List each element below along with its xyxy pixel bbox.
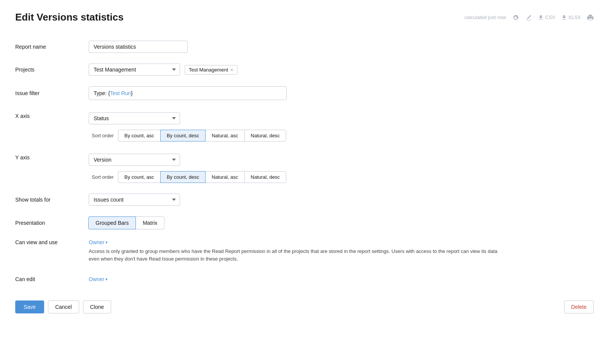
- totals-label: Show totals for: [15, 197, 51, 203]
- yaxis-sort-natural-desc[interactable]: Natural, desc: [244, 171, 287, 183]
- project-tag-label: Test Management: [189, 67, 228, 73]
- footer-bar: Save Cancel Clone Delete: [15, 291, 594, 313]
- spacer-1: [15, 57, 594, 60]
- access-note-row: Access is only granted to group members …: [15, 246, 594, 271]
- report-name-row: Report name: [15, 37, 594, 57]
- yaxis-sort-label: Sort order: [92, 174, 114, 180]
- xaxis-sort-by-count-asc[interactable]: By count, asc: [118, 130, 161, 141]
- projects-label: Projects: [15, 67, 35, 73]
- delete-button[interactable]: Delete: [564, 300, 594, 313]
- xaxis-content: Status Sort order By count, asc By count…: [89, 112, 594, 141]
- presentation-row: Presentation Grouped Bars Matrix: [15, 213, 594, 233]
- filter-value: Test Run: [110, 90, 131, 96]
- spacer-7: [15, 233, 594, 236]
- xaxis-sort-natural-asc[interactable]: Natural, asc: [205, 130, 244, 141]
- report-name-input[interactable]: [89, 41, 188, 53]
- xaxis-row: X axis Status Sort order By count, asc B…: [15, 107, 594, 145]
- can-view-label: Can view and use: [15, 239, 57, 245]
- xaxis-sort-by-count-desc[interactable]: By count, desc: [160, 130, 206, 141]
- presentation-group: Grouped Bars Matrix: [89, 216, 594, 229]
- xaxis-dropdown[interactable]: Status: [89, 112, 180, 124]
- spacer-3: [15, 104, 594, 107]
- spacer-4: [15, 145, 594, 148]
- project-tag-remove[interactable]: ×: [230, 67, 233, 72]
- footer-left: Save Cancel Clone: [15, 300, 111, 313]
- access-note-text: Access is only granted to group members …: [89, 246, 507, 266]
- issue-filter-input[interactable]: Type: {Test Run}: [89, 86, 287, 100]
- xlsx-download-button[interactable]: XLSX: [561, 14, 581, 20]
- totals-row: Show totals for Issues count: [15, 190, 594, 210]
- yaxis-content: Version Sort order By count, asc By coun…: [89, 154, 594, 183]
- csv-download-button[interactable]: CSV: [538, 14, 555, 20]
- projects-row: Projects Test Management Test Management…: [15, 60, 594, 79]
- can-edit-arrow: ▾: [105, 277, 108, 282]
- can-view-value: Owner: [89, 239, 104, 245]
- can-view-arrow: ▾: [105, 240, 108, 245]
- issue-filter-label: Issue filter: [15, 90, 40, 96]
- presentation-matrix[interactable]: Matrix: [136, 216, 164, 229]
- yaxis-sort-by-count-asc[interactable]: By count, asc: [118, 171, 161, 183]
- yaxis-sort-group: Sort order By count, asc By count, desc …: [89, 171, 594, 183]
- can-view-row: Can view and use Owner ▾: [15, 236, 594, 246]
- header-actions: calculated just now CSV XLSX: [464, 14, 594, 21]
- yaxis-label: Y axis: [15, 154, 30, 161]
- spacer-2: [15, 79, 594, 83]
- xaxis-label: X axis: [15, 113, 30, 119]
- yaxis-dropdown[interactable]: Version: [89, 154, 180, 166]
- cancel-button[interactable]: Cancel: [48, 300, 79, 313]
- calc-status: calculated just now: [464, 14, 506, 20]
- projects-content: Test Management Test Management ×: [89, 64, 594, 76]
- yaxis-sort-natural-asc[interactable]: Natural, asc: [205, 171, 244, 183]
- xaxis-sort-group: Sort order By count, asc By count, desc …: [89, 130, 594, 141]
- presentation-label: Presentation: [15, 220, 45, 226]
- clone-button[interactable]: Clone: [83, 300, 112, 313]
- totals-dropdown[interactable]: Issues count: [89, 194, 180, 206]
- filter-suffix: }: [131, 90, 133, 96]
- can-edit-value: Owner: [89, 276, 104, 282]
- edit-icon[interactable]: [525, 14, 532, 21]
- can-view-owner-dropdown[interactable]: Owner ▾: [89, 239, 594, 245]
- refresh-icon[interactable]: [512, 14, 519, 21]
- presentation-grouped-bars[interactable]: Grouped Bars: [88, 216, 136, 229]
- project-tag: Test Management ×: [185, 65, 238, 75]
- page-title: Edit Versions statistics: [15, 11, 124, 23]
- spacer-6: [15, 210, 594, 213]
- report-name-label: Report name: [15, 44, 46, 50]
- xaxis-sort-natural-desc[interactable]: Natural, desc: [244, 130, 287, 141]
- can-edit-row: Can edit Owner ▾: [15, 271, 594, 288]
- projects-dropdown[interactable]: Test Management: [89, 64, 180, 76]
- can-edit-label: Can edit: [15, 276, 35, 282]
- xaxis-sort-label: Sort order: [92, 133, 114, 138]
- yaxis-row: Y axis Version Sort order By count, asc …: [15, 148, 594, 187]
- print-icon[interactable]: [587, 14, 594, 21]
- spacer-5: [15, 187, 594, 190]
- save-button[interactable]: Save: [15, 300, 44, 313]
- yaxis-sort-by-count-desc[interactable]: By count, desc: [160, 171, 206, 183]
- can-edit-owner-dropdown[interactable]: Owner ▾: [89, 276, 594, 282]
- issue-filter-row: Issue filter Type: {Test Run}: [15, 83, 594, 104]
- filter-prefix: Type: {: [94, 90, 110, 96]
